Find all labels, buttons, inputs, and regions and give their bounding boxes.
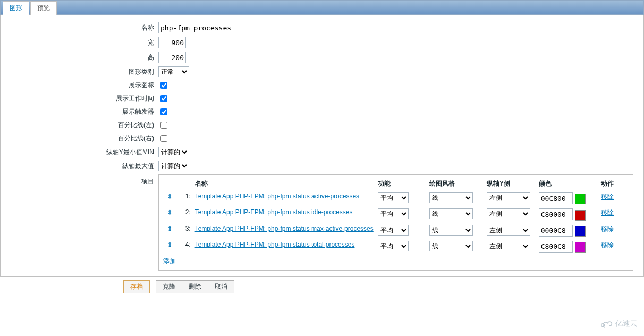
item-index: 2: xyxy=(178,206,193,222)
items-header-yaxis: 纵轴Y侧 xyxy=(485,177,537,190)
item-drawstyle-select[interactable]: 线 xyxy=(429,192,473,203)
item-remove-link[interactable]: 移除 xyxy=(601,241,614,249)
label-items: 项目 xyxy=(6,173,156,272)
clone-button[interactable]: 克隆 xyxy=(156,280,182,293)
item-function-select[interactable]: 平均 xyxy=(378,208,409,219)
item-yaxis-select[interactable]: 左侧 xyxy=(487,208,530,219)
item-function-select[interactable]: 平均 xyxy=(378,241,409,251)
save-button[interactable]: 存档 xyxy=(123,280,150,293)
item-remove-link[interactable]: 移除 xyxy=(601,193,614,200)
item-drawstyle-select[interactable]: 线 xyxy=(429,208,473,219)
drag-handle-icon[interactable]: ⇕ xyxy=(167,225,173,233)
item-row: ⇕4:Template App PHP-FPM: php-fpm status … xyxy=(162,239,630,255)
label-show-legend: 展示图标 xyxy=(6,79,156,92)
show-triggers-checkbox[interactable] xyxy=(160,108,167,115)
item-row: ⇕1:Template App PHP-FPM: php-fpm status … xyxy=(162,190,630,206)
item-row: ⇕3:Template App PHP-FPM: php-fpm status … xyxy=(162,223,630,239)
label-show-triggers: 展示触发器 xyxy=(6,105,156,119)
name-input[interactable] xyxy=(158,22,295,33)
drag-handle-icon[interactable]: ⇕ xyxy=(167,192,173,200)
item-name-link[interactable]: Template App PHP-FPM: php-fpm status act… xyxy=(195,192,359,200)
item-drawstyle-select[interactable]: 线 xyxy=(429,225,473,236)
label-name: 名称 xyxy=(6,20,156,35)
items-box: 名称 功能 绘图风格 纵轴Y侧 颜色 动作 ⇕1:Template App PH… xyxy=(158,174,633,271)
item-yaxis-select[interactable]: 左侧 xyxy=(487,225,530,236)
item-remove-link[interactable]: 移除 xyxy=(601,225,614,233)
height-input[interactable] xyxy=(158,52,186,63)
label-yaxis-min: 纵轴Y最小值MIN xyxy=(6,145,156,159)
label-height: 高 xyxy=(6,50,156,65)
item-drawstyle-select[interactable]: 线 xyxy=(429,241,473,251)
item-name-link[interactable]: Template App PHP-FPM: php-fpm status max… xyxy=(195,225,374,232)
item-color-input[interactable] xyxy=(539,192,573,204)
items-header-function: 功能 xyxy=(376,177,427,190)
item-color-input[interactable] xyxy=(539,241,573,253)
percentile-right-checkbox[interactable] xyxy=(160,135,167,142)
graph-form: 名称 宽 高 图形类别 正常 展示图标 展示工作时间 展示触发器 百分比线(左) xyxy=(6,20,635,272)
label-percentile-left: 百分比线(左) xyxy=(6,119,156,132)
item-index: 4: xyxy=(178,239,193,255)
items-header-row: 名称 功能 绘图风格 纵轴Y侧 颜色 动作 xyxy=(162,177,630,190)
drag-handle-icon[interactable]: ⇕ xyxy=(167,241,173,249)
label-percentile-right: 百分比线(右) xyxy=(6,132,156,145)
color-swatch[interactable] xyxy=(575,194,586,204)
item-color-input[interactable] xyxy=(539,208,573,220)
tab-preview[interactable]: 预览 xyxy=(30,1,57,15)
item-color-input[interactable] xyxy=(539,225,573,237)
color-swatch[interactable] xyxy=(575,242,586,253)
item-name-link[interactable]: Template App PHP-FPM: php-fpm status tot… xyxy=(195,241,355,248)
show-working-time-checkbox[interactable] xyxy=(160,95,167,102)
items-header-name: 名称 xyxy=(193,177,376,190)
percentile-left-checkbox[interactable] xyxy=(160,122,167,129)
items-header-draw-style: 绘图风格 xyxy=(427,177,485,190)
label-yaxis-max: 纵轴最大值 xyxy=(6,159,156,173)
item-index: 1: xyxy=(178,190,193,206)
item-index: 3: xyxy=(178,223,193,239)
label-width: 宽 xyxy=(6,35,156,50)
graph-type-select[interactable]: 正常 xyxy=(158,66,189,77)
item-function-select[interactable]: 平均 xyxy=(378,192,409,203)
label-show-working-time: 展示工作时间 xyxy=(6,92,156,105)
item-yaxis-select[interactable]: 左侧 xyxy=(487,241,530,251)
item-remove-link[interactable]: 移除 xyxy=(601,209,614,216)
show-legend-checkbox[interactable] xyxy=(160,82,167,89)
button-row: 存档 克隆 删除 取消 xyxy=(0,277,644,293)
width-input[interactable] xyxy=(158,37,186,48)
add-item-link[interactable]: 添加 xyxy=(163,257,176,265)
item-function-select[interactable]: 平均 xyxy=(378,225,409,236)
yaxis-min-select[interactable]: 计算的 xyxy=(158,147,189,157)
items-header-action: 动作 xyxy=(599,177,630,190)
item-name-link[interactable]: Template App PHP-FPM: php-fpm status idl… xyxy=(195,208,353,216)
yaxis-max-select[interactable]: 计算的 xyxy=(158,161,189,171)
item-yaxis-select[interactable]: 左侧 xyxy=(487,192,530,203)
delete-button[interactable]: 删除 xyxy=(182,280,208,293)
items-header-color: 颜色 xyxy=(537,177,599,190)
color-swatch[interactable] xyxy=(575,210,586,221)
label-graph-type: 图形类别 xyxy=(6,65,156,79)
drag-handle-icon[interactable]: ⇕ xyxy=(167,208,173,216)
tab-bar: 图形 预览 xyxy=(0,0,644,15)
color-swatch[interactable] xyxy=(575,226,586,237)
cancel-button[interactable]: 取消 xyxy=(208,280,234,293)
tab-graph[interactable]: 图形 xyxy=(3,1,29,15)
item-row: ⇕2:Template App PHP-FPM: php-fpm status … xyxy=(162,206,630,222)
